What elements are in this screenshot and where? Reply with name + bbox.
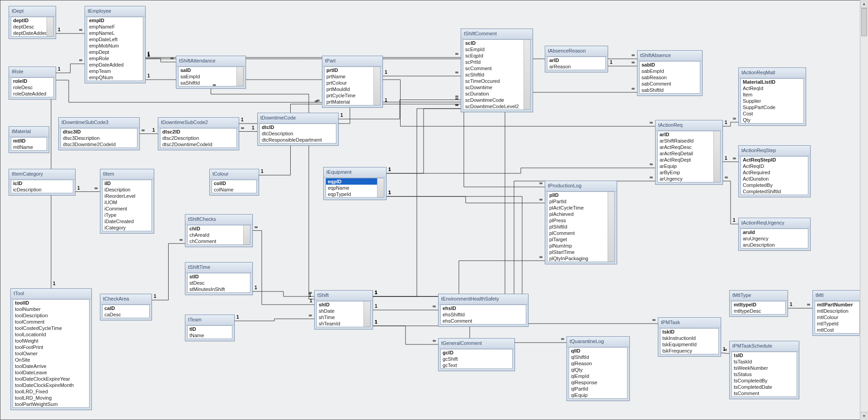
field-deptDesc[interactable]: deptDesc (11, 24, 53, 30)
field-aruId[interactable]: aruId (741, 229, 808, 235)
table-title[interactable]: tEnvironmentHealthSafety (439, 294, 528, 305)
field-gcShift[interactable]: gcShift (441, 356, 512, 362)
field-iType[interactable]: iType (103, 212, 151, 218)
field-scDowntimeCodeLevel2[interactable]: scDowntimeCodeLevel2 (463, 103, 530, 110)
field-roleID[interactable]: roleID (11, 78, 53, 84)
table-tActionReqMatl[interactable]: tActionReqMatlMaterialListIDActReqIdItem… (738, 67, 806, 126)
table-title[interactable]: tCheckArea (100, 294, 151, 305)
field-Supplier[interactable]: Supplier (741, 98, 803, 104)
field-arActReqDept[interactable]: arActReqDept (658, 157, 720, 163)
field-eqpID[interactable]: eqpID (326, 178, 384, 185)
field-list[interactable]: tskIDtskInstructionIdtskEquipmentIdtskFr… (660, 328, 719, 354)
scroll-up-button[interactable]: ▴ (860, 0, 868, 8)
field-CompletedBy[interactable]: CompletedBy (741, 182, 808, 188)
field-tskID[interactable]: tskID (660, 329, 718, 335)
diagram-canvas[interactable]: tDeptdeptIDdeptDescdeptDateAdded▴▾tEmplo… (0, 0, 863, 420)
field-scID[interactable]: scID (463, 40, 530, 46)
field-toolNumber[interactable]: toolNumber (13, 306, 89, 312)
field-mtlCost[interactable]: mtlCost (815, 327, 859, 333)
table-tDowntimeCode[interactable]: tDowntimeCodedtcIDdtcDescriptiondtcRespo… (257, 113, 339, 146)
field-scEqpId[interactable]: scEqpId (463, 52, 530, 59)
table-title[interactable]: tShiftComment (461, 29, 533, 39)
table-tAbsenceReason[interactable]: tAbsenceReasonarIDarReason (545, 46, 608, 72)
table-title[interactable]: tDowntimeSubCode2 (158, 118, 239, 128)
field-shDate[interactable]: shDate (317, 308, 370, 314)
table-tShiftTime[interactable]: tShiftTimestIDstDescstMinutesInShift (185, 262, 253, 295)
table-title[interactable]: tActionReqStep (739, 146, 810, 156)
field-chAreaId[interactable]: chAreaId (188, 232, 250, 238)
table-tPMTask[interactable]: tPMTasktskIDtskInstructionIdtskEquipment… (658, 317, 721, 357)
field-qlEquip[interactable]: qlEquip (569, 392, 627, 398)
field-list[interactable]: sabIDsabEmpIdsabReasonsabCommentsabShift… (639, 61, 700, 94)
field-list[interactable]: plIDplPartIdplActCycleTimeplAchievedplPr… (547, 191, 615, 262)
table-title[interactable]: tShiftTime (185, 262, 252, 273)
scroll-thumb[interactable] (861, 8, 867, 36)
field-toolCostedCycleTime[interactable]: toolCostedCycleTime (13, 325, 89, 331)
field-plShiftId[interactable]: plShiftId (547, 224, 614, 230)
field-plActCycleTime[interactable]: plActCycleTime (547, 205, 614, 211)
table-title[interactable]: tRole (9, 67, 56, 77)
field-empRole[interactable]: empRole (87, 55, 143, 62)
field-toolOwner[interactable]: toolOwner (13, 350, 89, 357)
field-empID[interactable]: empID (87, 17, 143, 24)
table-tActionReq[interactable]: tActionReqarIDarShiftRaisedIdarActReqDes… (655, 120, 723, 185)
field-MaterialListID[interactable]: MaterialListID (741, 79, 803, 85)
field-sabEmpId[interactable]: sabEmpId (640, 68, 700, 74)
table-tShiftAttendance[interactable]: tShiftAttendancesaIDsaEmpIdsaShiftId▴▾ (176, 56, 246, 89)
field-shID[interactable]: shID (317, 301, 370, 308)
field-mtlID[interactable]: mtlID (11, 138, 47, 144)
field-dtsc3Description[interactable]: dtsc3Description (61, 135, 137, 141)
field-Cost[interactable]: Cost (741, 110, 803, 117)
field-scDuration[interactable]: scDuration (463, 91, 530, 97)
field-chID[interactable]: chID (188, 225, 250, 232)
table-title[interactable]: tTeam (185, 315, 234, 325)
scroll-down-button[interactable]: ▾ (860, 412, 868, 420)
field-iUOM[interactable]: iUOM (103, 199, 151, 205)
table-tColour[interactable]: tColourcolIDcolName (209, 169, 259, 196)
field-prtMaterial[interactable]: prtMaterial (325, 99, 380, 105)
field-tsID[interactable]: tsID (732, 352, 797, 358)
field-tsCompletedDate[interactable]: tsCompletedDate (732, 384, 797, 390)
table-title[interactable]: tItemCategory (9, 169, 75, 180)
field-dtsc3Downtime2CodeId[interactable]: dtsc3Downtime2CodeId (61, 141, 137, 148)
field-scPrtId[interactable]: scPrtId (463, 59, 530, 65)
field-chComment[interactable]: chComment (188, 238, 250, 244)
table-title[interactable]: tDowntimeSubCode3 (59, 118, 139, 128)
field-empQNum[interactable]: empQNum (87, 74, 143, 81)
field-tskFrequency[interactable]: tskFrequency (660, 348, 718, 354)
field-list[interactable]: arIDarReason (547, 57, 606, 70)
field-list[interactable]: deptIDdeptDescdeptDateAdded▴▾ (11, 17, 54, 37)
field-plAchieved[interactable]: plAchieved (547, 211, 614, 217)
field-tskInstructionId[interactable]: tskInstructionId (660, 335, 718, 341)
table-title[interactable]: tTool (11, 289, 91, 299)
field-toolPartWeightSum[interactable]: toolPartWeightSum (13, 401, 89, 407)
field-list[interactable]: ehsIDehsShiftIdehsComment (440, 305, 526, 325)
field-qlReason[interactable]: qlReason (569, 360, 627, 367)
field-dtcDescription[interactable]: dtcDescription (260, 130, 336, 137)
field-ActReqID[interactable]: ActReqID (741, 163, 808, 169)
field-scTimeOccured[interactable]: scTimeOccured (463, 78, 530, 84)
field-deptDateAdded[interactable]: deptDateAdded (11, 30, 53, 36)
field-scDowntime[interactable]: scDowntime (463, 84, 530, 91)
field-list[interactable]: shIDshDateshTimeshTeamId▴▾ (316, 301, 371, 327)
field-empDateLeft[interactable]: empDateLeft (87, 36, 143, 43)
field-qlQty[interactable]: qlQty (569, 367, 627, 373)
field-aruUrgency[interactable]: aruUrgency (741, 235, 808, 242)
field-roleDesc[interactable]: roleDesc (11, 84, 53, 91)
field-arByEmp[interactable]: arByEmp (658, 169, 720, 176)
field-saEmpId[interactable]: saEmpId (179, 73, 243, 80)
field-sabComment[interactable]: sabComment (640, 81, 700, 87)
field-iReorderLevel[interactable]: iReorderLevel (103, 193, 151, 199)
field-plQtyInPackaging[interactable]: plQtyInPackaging (547, 255, 614, 262)
field-toolDateClockExpireYear[interactable]: toolDateClockExpireYear (13, 376, 89, 382)
field-toolFootPrint[interactable]: toolFootPrint (13, 344, 89, 350)
field-roleDateAdded[interactable]: roleDateAdded (11, 91, 53, 97)
table-title[interactable]: tActionReqMatl (739, 68, 806, 78)
field-list[interactable]: empIDempNameFempNameLempDateLeftempMobNu… (87, 17, 143, 81)
field-toolDateArrive[interactable]: toolDateArrive (13, 363, 89, 369)
field-mtlDescription[interactable]: mtlDescription (815, 308, 859, 314)
field-arUrgency[interactable]: arUrgency (658, 176, 720, 182)
field-ehsShiftId[interactable]: ehsShiftId (441, 311, 526, 318)
field-toolDateLeave[interactable]: toolDateLeave (13, 369, 89, 376)
field-scComment[interactable]: scComment (463, 65, 530, 72)
